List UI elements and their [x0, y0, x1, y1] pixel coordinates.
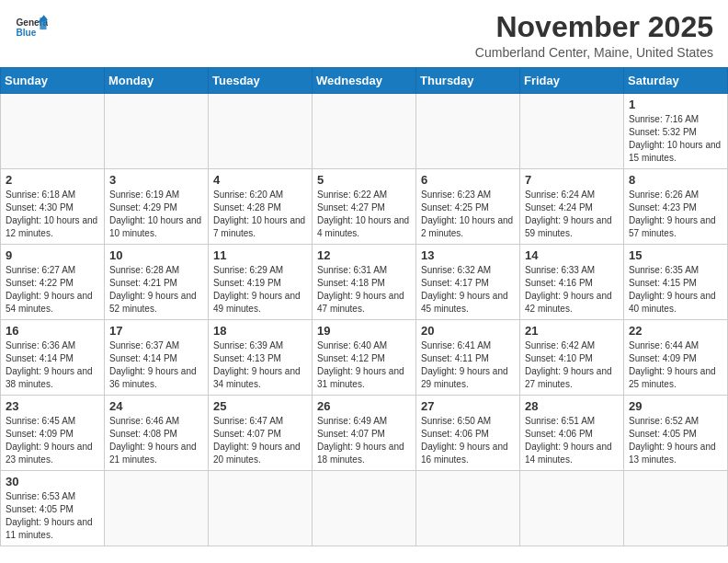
day-header-tuesday: Tuesday — [209, 68, 313, 94]
day-info: Sunrise: 6:23 AM Sunset: 4:25 PM Dayligh… — [421, 189, 515, 240]
day-number: 13 — [421, 248, 515, 262]
week-row-2: 2Sunrise: 6:18 AM Sunset: 4:30 PM Daylig… — [1, 169, 728, 245]
calendar-cell: 22Sunrise: 6:44 AM Sunset: 4:09 PM Dayli… — [624, 320, 728, 396]
calendar-cell: 23Sunrise: 6:45 AM Sunset: 4:09 PM Dayli… — [1, 396, 105, 471]
calendar-cell: 20Sunrise: 6:41 AM Sunset: 4:11 PM Dayli… — [416, 320, 520, 396]
calendar-cell: 19Sunrise: 6:40 AM Sunset: 4:12 PM Dayli… — [313, 320, 416, 396]
day-header-saturday: Saturday — [624, 68, 728, 94]
calendar-cell — [313, 471, 416, 546]
week-row-1: 1Sunrise: 7:16 AM Sunset: 5:32 PM Daylig… — [1, 94, 728, 169]
day-number: 26 — [317, 399, 411, 413]
day-number: 18 — [213, 324, 307, 338]
day-info: Sunrise: 6:49 AM Sunset: 4:07 PM Dayligh… — [317, 415, 411, 466]
calendar-cell — [1, 94, 105, 169]
calendar-cell: 12Sunrise: 6:31 AM Sunset: 4:18 PM Dayli… — [313, 245, 416, 320]
header: General Blue November 2025 Cumberland Ce… — [0, 0, 728, 67]
day-info: Sunrise: 6:47 AM Sunset: 4:07 PM Dayligh… — [213, 415, 307, 466]
calendar-header-row: SundayMondayTuesdayWednesdayThursdayFrid… — [1, 68, 728, 94]
week-row-4: 16Sunrise: 6:36 AM Sunset: 4:14 PM Dayli… — [1, 320, 728, 396]
calendar-cell: 10Sunrise: 6:28 AM Sunset: 4:21 PM Dayli… — [105, 245, 209, 320]
calendar-cell: 15Sunrise: 6:35 AM Sunset: 4:15 PM Dayli… — [624, 245, 728, 320]
day-number: 10 — [109, 248, 203, 262]
title-section: November 2025 Cumberland Center, Maine, … — [475, 11, 713, 60]
day-number: 11 — [213, 248, 307, 262]
day-info: Sunrise: 6:46 AM Sunset: 4:08 PM Dayligh… — [109, 415, 203, 466]
day-number: 24 — [109, 399, 203, 413]
day-number: 5 — [317, 173, 411, 187]
calendar-cell: 14Sunrise: 6:33 AM Sunset: 4:16 PM Dayli… — [520, 245, 624, 320]
day-info: Sunrise: 6:33 AM Sunset: 4:16 PM Dayligh… — [525, 264, 619, 316]
calendar-cell: 9Sunrise: 6:27 AM Sunset: 4:22 PM Daylig… — [1, 245, 105, 320]
day-info: Sunrise: 6:27 AM Sunset: 4:22 PM Dayligh… — [6, 264, 99, 316]
day-number: 8 — [629, 173, 722, 187]
day-info: Sunrise: 6:42 AM Sunset: 4:10 PM Dayligh… — [525, 339, 619, 391]
day-number: 16 — [6, 324, 99, 338]
day-number: 21 — [525, 324, 619, 338]
day-info: Sunrise: 6:28 AM Sunset: 4:21 PM Dayligh… — [109, 264, 203, 316]
calendar-cell: 28Sunrise: 6:51 AM Sunset: 4:06 PM Dayli… — [520, 396, 624, 471]
day-info: Sunrise: 6:29 AM Sunset: 4:19 PM Dayligh… — [213, 264, 307, 316]
day-number: 1 — [629, 98, 722, 111]
calendar-cell: 30Sunrise: 6:53 AM Sunset: 4:05 PM Dayli… — [1, 471, 105, 546]
day-header-sunday: Sunday — [1, 68, 105, 94]
calendar-cell: 1Sunrise: 7:16 AM Sunset: 5:32 PM Daylig… — [624, 94, 728, 169]
day-number: 29 — [629, 399, 722, 413]
day-number: 17 — [109, 324, 203, 338]
day-number: 4 — [213, 173, 307, 187]
day-info: Sunrise: 7:16 AM Sunset: 5:32 PM Dayligh… — [629, 113, 722, 165]
day-number: 25 — [213, 399, 307, 413]
day-header-monday: Monday — [105, 68, 209, 94]
day-info: Sunrise: 6:37 AM Sunset: 4:14 PM Dayligh… — [109, 339, 203, 391]
day-number: 9 — [6, 248, 99, 262]
day-info: Sunrise: 6:18 AM Sunset: 4:30 PM Dayligh… — [6, 189, 99, 240]
day-number: 12 — [317, 248, 411, 262]
day-header-wednesday: Wednesday — [313, 68, 416, 94]
day-info: Sunrise: 6:51 AM Sunset: 4:06 PM Dayligh… — [525, 415, 619, 466]
day-info: Sunrise: 6:52 AM Sunset: 4:05 PM Dayligh… — [629, 415, 722, 466]
calendar-cell: 13Sunrise: 6:32 AM Sunset: 4:17 PM Dayli… — [416, 245, 520, 320]
day-info: Sunrise: 6:20 AM Sunset: 4:28 PM Dayligh… — [213, 189, 307, 240]
day-number: 2 — [6, 173, 99, 187]
day-number: 30 — [6, 475, 99, 488]
week-row-3: 9Sunrise: 6:27 AM Sunset: 4:22 PM Daylig… — [1, 245, 728, 320]
calendar-cell: 11Sunrise: 6:29 AM Sunset: 4:19 PM Dayli… — [209, 245, 313, 320]
calendar-cell: 16Sunrise: 6:36 AM Sunset: 4:14 PM Dayli… — [1, 320, 105, 396]
week-row-6: 30Sunrise: 6:53 AM Sunset: 4:05 PM Dayli… — [1, 471, 728, 546]
calendar-cell — [520, 471, 624, 546]
week-row-5: 23Sunrise: 6:45 AM Sunset: 4:09 PM Dayli… — [1, 396, 728, 471]
calendar-cell — [416, 471, 520, 546]
day-header-thursday: Thursday — [416, 68, 520, 94]
day-number: 23 — [6, 399, 99, 413]
day-number: 7 — [525, 173, 619, 187]
calendar-cell — [105, 94, 209, 169]
calendar-cell: 7Sunrise: 6:24 AM Sunset: 4:24 PM Daylig… — [520, 169, 624, 245]
day-info: Sunrise: 6:19 AM Sunset: 4:29 PM Dayligh… — [109, 189, 203, 240]
day-info: Sunrise: 6:22 AM Sunset: 4:27 PM Dayligh… — [317, 189, 411, 240]
calendar-cell: 3Sunrise: 6:19 AM Sunset: 4:29 PM Daylig… — [105, 169, 209, 245]
calendar-cell — [416, 94, 520, 169]
calendar-cell: 8Sunrise: 6:26 AM Sunset: 4:23 PM Daylig… — [624, 169, 728, 245]
day-number: 15 — [629, 248, 722, 262]
day-number: 19 — [317, 324, 411, 338]
day-number: 28 — [525, 399, 619, 413]
day-info: Sunrise: 6:45 AM Sunset: 4:09 PM Dayligh… — [6, 415, 99, 466]
day-number: 6 — [421, 173, 515, 187]
day-number: 3 — [109, 173, 203, 187]
day-info: Sunrise: 6:39 AM Sunset: 4:13 PM Dayligh… — [213, 339, 307, 391]
day-info: Sunrise: 6:40 AM Sunset: 4:12 PM Dayligh… — [317, 339, 411, 391]
calendar-cell — [209, 471, 313, 546]
calendar-cell: 27Sunrise: 6:50 AM Sunset: 4:06 PM Dayli… — [416, 396, 520, 471]
calendar-cell: 25Sunrise: 6:47 AM Sunset: 4:07 PM Dayli… — [209, 396, 313, 471]
calendar-cell: 2Sunrise: 6:18 AM Sunset: 4:30 PM Daylig… — [1, 169, 105, 245]
calendar-cell — [313, 94, 416, 169]
day-info: Sunrise: 6:44 AM Sunset: 4:09 PM Dayligh… — [629, 339, 722, 391]
calendar-cell: 26Sunrise: 6:49 AM Sunset: 4:07 PM Dayli… — [313, 396, 416, 471]
calendar-cell: 18Sunrise: 6:39 AM Sunset: 4:13 PM Dayli… — [209, 320, 313, 396]
calendar-table: SundayMondayTuesdayWednesdayThursdayFrid… — [0, 67, 728, 546]
location: Cumberland Center, Maine, United States — [475, 45, 713, 60]
calendar-cell — [209, 94, 313, 169]
calendar-cell: 21Sunrise: 6:42 AM Sunset: 4:10 PM Dayli… — [520, 320, 624, 396]
day-info: Sunrise: 6:53 AM Sunset: 4:05 PM Dayligh… — [6, 490, 99, 542]
calendar-cell: 29Sunrise: 6:52 AM Sunset: 4:05 PM Dayli… — [624, 396, 728, 471]
calendar-cell — [105, 471, 209, 546]
